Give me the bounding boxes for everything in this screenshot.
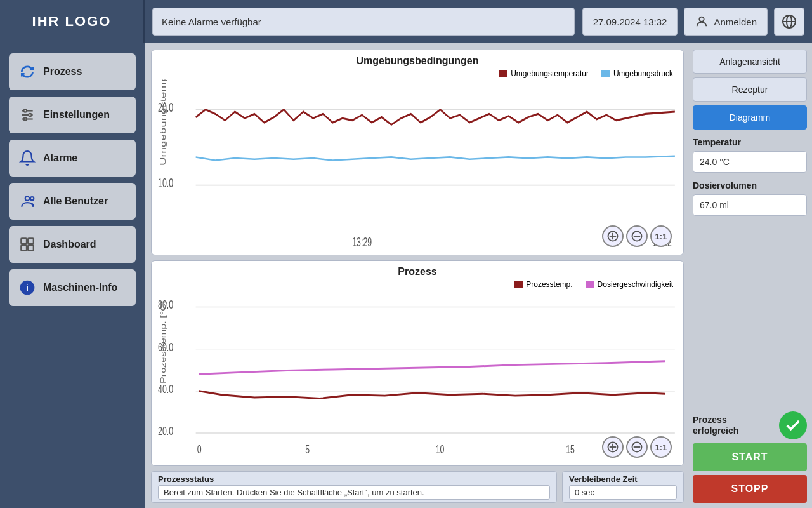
- svg-rect-13: [28, 238, 34, 244]
- login-button[interactable]: Anmelden: [684, 8, 768, 36]
- svg-text:Umgebungstemperatur [°C]: Umgebungstemperatur [°C]: [159, 79, 167, 166]
- svg-rect-12: [21, 238, 27, 244]
- right-panel: Anlagenansicht Rezeptur Diagramm Tempera…: [690, 43, 812, 508]
- chart2-title: Prozess: [152, 261, 683, 280]
- svg-point-8: [29, 114, 31, 116]
- chart1-area: 20.0 10.0 Umgebungstemperatur [°C] 13:29…: [157, 79, 678, 252]
- svg-point-10: [25, 196, 30, 201]
- legend-dot-temp: [499, 70, 508, 77]
- refresh-icon: [19, 64, 36, 80]
- sidebar-label-maschinen-info: Maschinen-Info: [43, 282, 117, 293]
- sidebar-item-alarme[interactable]: Alarme: [9, 140, 136, 177]
- check-icon: [784, 417, 802, 434]
- zoom-in-button-2[interactable]: [602, 436, 624, 458]
- plus-icon: [607, 231, 619, 242]
- sidebar-item-prozess[interactable]: Prozess: [9, 53, 136, 90]
- status-row: Prozessstatus Bereit zum Starten. Drücke…: [151, 471, 684, 503]
- svg-text:15: 15: [566, 443, 575, 456]
- legend-prozesstemp: Prozesstemp.: [514, 280, 572, 289]
- sidebar-item-alle-benutzer[interactable]: Alle Benutzer: [9, 183, 136, 220]
- chart1-controls: 1:1: [602, 225, 672, 247]
- sidebar-label-alle-benutzer: Alle Benutzer: [43, 196, 108, 207]
- datetime-text: 27.09.2024 13:32: [593, 17, 667, 27]
- alarm-bar: Keine Alarme verfügbar: [152, 8, 575, 36]
- process-success-label: Prozess erfolgreich: [693, 415, 774, 436]
- legend-label-druck: Umgebungsdruck: [613, 69, 673, 78]
- chart2-legend: Prozesstemp. Dosiergeschwindigkeit: [152, 280, 683, 289]
- globe-icon: [782, 14, 797, 29]
- plus-icon-2: [607, 441, 619, 453]
- legend-label-dosier: Dosiergeschwindigkeit: [598, 280, 673, 289]
- anlagenansicht-button[interactable]: Anlagenansicht: [693, 50, 807, 74]
- legend-dot-dosier: [586, 281, 594, 288]
- svg-text:10.0: 10.0: [158, 176, 173, 190]
- reset-label-2: 1:1: [655, 443, 667, 452]
- reset-button-2[interactable]: 1:1: [650, 436, 672, 458]
- chart2-svg: 80.0 60.0 40.0 20.0 Prozesstemp. [°C] 0 …: [157, 290, 678, 463]
- globe-button[interactable]: [774, 8, 804, 36]
- legend-dosiergeschwindigkeit: Dosiergeschwindigkeit: [586, 280, 673, 289]
- svg-text:0: 0: [197, 443, 202, 456]
- svg-text:Prozesstemp. [°C]: Prozesstemp. [°C]: [159, 301, 167, 384]
- svg-rect-15: [28, 245, 34, 251]
- sidebar-label-einstellungen: Einstellungen: [43, 109, 110, 121]
- users-icon: [19, 193, 36, 210]
- login-label: Anmelden: [714, 17, 757, 27]
- process-success-indicator: [779, 411, 807, 439]
- zoom-out-button-1[interactable]: [626, 225, 648, 247]
- sidebar-label-prozess: Prozess: [43, 66, 82, 77]
- sidebar: Prozess Einstellungen Alarme Alle Benutz…: [0, 43, 145, 508]
- chart1-legend: Umgebungstemperatur Umgebungsdruck: [152, 69, 683, 78]
- prozessstatus-label: Prozessstatus: [158, 474, 550, 484]
- verbleibende-zeit-container: Verbleibende Zeit 0 sec: [562, 471, 684, 503]
- logo-area: IHR LOGO: [0, 0, 145, 43]
- diagramm-button[interactable]: Diagramm: [693, 105, 807, 130]
- svg-text:10: 10: [436, 443, 445, 456]
- verbleibende-zeit-label: Verbleibende Zeit: [569, 474, 677, 484]
- settings-icon: [19, 107, 36, 123]
- legend-umgebungstemperatur: Umgebungstemperatur: [499, 69, 589, 78]
- rezeptur-button[interactable]: Rezeptur: [693, 77, 807, 102]
- legend-label-temp: Umgebungstemperatur: [511, 69, 589, 78]
- zoom-out-button-2[interactable]: [626, 436, 648, 458]
- chart2-controls: 1:1: [602, 436, 672, 458]
- stop-button[interactable]: STOPP: [693, 475, 807, 503]
- prozessstatus-container: Prozessstatus Bereit zum Starten. Drücke…: [151, 471, 557, 503]
- minus-icon: [631, 231, 643, 242]
- reset-label-1: 1:1: [655, 232, 667, 241]
- svg-text:20.0: 20.0: [158, 425, 173, 438]
- svg-text:40.0: 40.0: [158, 383, 173, 396]
- sidebar-item-maschinen-info[interactable]: i Maschinen-Info: [9, 269, 136, 306]
- user-icon: [695, 15, 709, 29]
- info-icon: i: [19, 279, 36, 296]
- datetime-box: 27.09.2024 13:32: [582, 8, 678, 36]
- verbleibende-zeit-value: 0 sec: [569, 485, 677, 500]
- temperatur-value: 24.0 °C: [693, 151, 807, 173]
- svg-point-0: [700, 17, 704, 22]
- svg-point-11: [30, 197, 34, 200]
- prozessstatus-value: Bereit zum Starten. Drücken Sie die Scha…: [158, 485, 550, 500]
- dosiervolumen-label: Dosiervolumen: [693, 180, 807, 190]
- temperatur-label: Temperatur: [693, 137, 807, 147]
- svg-text:i: i: [26, 283, 29, 293]
- chart-prozess: Prozess Prozesstemp. Dosiergeschwindigke…: [151, 260, 684, 466]
- sidebar-item-dashboard[interactable]: Dashboard: [9, 226, 136, 263]
- bell-icon: [19, 150, 36, 166]
- svg-point-9: [24, 117, 27, 120]
- svg-rect-14: [21, 245, 27, 251]
- chart2-area: 80.0 60.0 40.0 20.0 Prozesstemp. [°C] 0 …: [157, 290, 678, 463]
- chart1-title: Umgebungsbedingungen: [152, 50, 683, 69]
- sidebar-label-dashboard: Dashboard: [43, 239, 96, 250]
- dashboard-icon: [19, 236, 36, 253]
- process-success-row: Prozess erfolgreich: [693, 411, 807, 439]
- legend-dot-prozesstemp: [514, 281, 523, 288]
- svg-text:5: 5: [305, 443, 310, 456]
- reset-button-1[interactable]: 1:1: [650, 225, 672, 247]
- svg-point-7: [24, 109, 27, 112]
- logo-text: IHR LOGO: [32, 13, 112, 30]
- main-layout: Prozess Einstellungen Alarme Alle Benutz…: [0, 43, 812, 508]
- zoom-in-button-1[interactable]: [602, 225, 624, 247]
- start-button[interactable]: START: [693, 443, 807, 471]
- sidebar-item-einstellungen[interactable]: Einstellungen: [9, 97, 136, 133]
- content-area: Umgebungsbedingungen Umgebungstemperatur…: [145, 43, 690, 508]
